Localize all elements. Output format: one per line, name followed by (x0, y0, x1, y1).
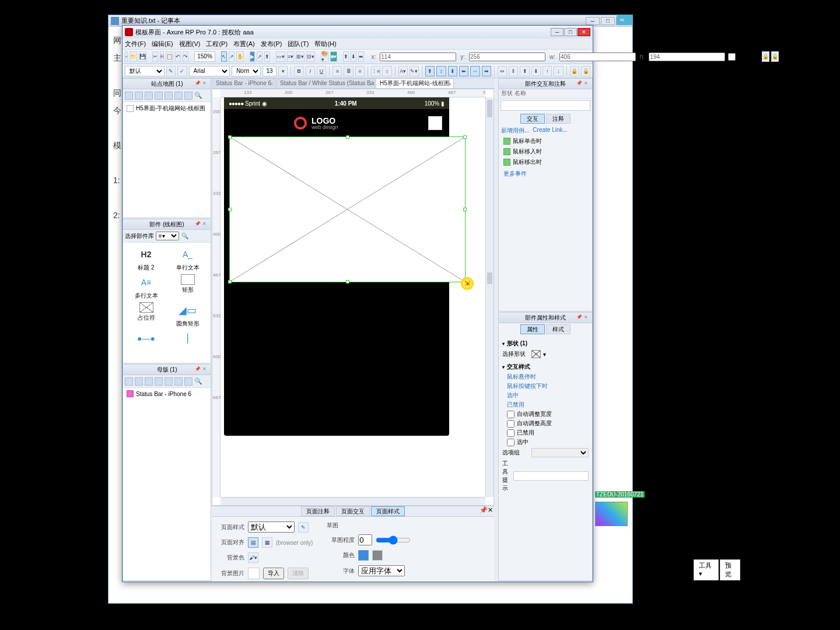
canvas-scrollbar-v[interactable] (485, 97, 494, 497)
paste-button[interactable]: 📋 (166, 51, 173, 62)
menu-file[interactable]: 文件(F) (125, 40, 146, 48)
align-left-button[interactable]: ⬌ (358, 51, 364, 62)
resize-handle-s[interactable] (346, 280, 349, 284)
style-edit-button[interactable]: ✎ (166, 66, 176, 76)
resize-handle-n[interactable] (346, 135, 349, 139)
color-mode-color-button[interactable] (358, 550, 369, 561)
panel-close-icon[interactable]: ✕ (202, 366, 209, 373)
border-button[interactable]: ■▾ (330, 51, 337, 62)
master-folder-button[interactable] (135, 377, 143, 386)
zoom-select[interactable]: 150% (194, 51, 215, 62)
style-apply-button[interactable]: ✓ (177, 66, 187, 76)
more-events-link[interactable]: 更多事件 (503, 170, 527, 177)
menu-team[interactable]: 团队(T) (288, 40, 309, 48)
align-left-page-button[interactable]: ▤ (248, 537, 258, 548)
halign-right-button[interactable]: ➡ (482, 66, 491, 76)
tab-whitestatus[interactable]: Status Bar / White Status (Status Bar - … (276, 78, 375, 88)
valign-mid-button[interactable]: ↕ (436, 66, 446, 76)
distribute-button[interactable]: ⊟▾ (306, 51, 315, 62)
h-input[interactable] (649, 52, 725, 61)
halign-left-button[interactable]: ⬅ (459, 66, 468, 76)
event-onclick[interactable]: 鼠标单击时 (499, 136, 592, 146)
menu-project[interactable]: 工程(P) (206, 40, 228, 48)
library-select[interactable]: ≡▾ (156, 232, 179, 240)
cut-button[interactable]: ✂ (152, 51, 158, 62)
bold-button[interactable]: B (294, 66, 303, 76)
master-up-button[interactable] (145, 377, 153, 386)
hamburger-button[interactable] (428, 116, 442, 130)
widget-paragraph[interactable]: A≡多行文本 (127, 274, 166, 300)
sketch-font-select[interactable]: 应用字体 (358, 565, 405, 576)
shape-dropdown-icon[interactable]: ▾ (543, 351, 546, 358)
valign-bot-button[interactable]: ⬇ (448, 66, 457, 76)
panel-close-icon[interactable]: ✕ (202, 221, 209, 228)
widget-search-icon[interactable]: 🔍 (181, 233, 188, 239)
tab-page-notes[interactable]: 页面注释 (301, 506, 335, 516)
bgcolor-button[interactable]: 🖌▾ (248, 552, 258, 563)
panel-pin-icon[interactable]: 📌 (195, 221, 202, 228)
sketch-value-input[interactable] (358, 534, 372, 545)
panel-close-icon[interactable]: ✕ (202, 80, 209, 88)
bullets-button[interactable]: ⋮≡ (371, 66, 380, 76)
shape-section-head[interactable]: 形状 (1) (502, 340, 589, 348)
publish-button[interactable]: ⬆ (264, 51, 270, 62)
event-onmouseenter[interactable]: 鼠标移入时 (499, 146, 592, 157)
y-input[interactable] (469, 52, 545, 61)
canvas-scrollbar-h[interactable] (220, 497, 485, 505)
tab-properties[interactable]: 属性 (520, 324, 545, 334)
preview-float-button[interactable]: 预览 (720, 559, 740, 580)
shape-type-icon[interactable] (531, 350, 541, 358)
add-master-button[interactable] (125, 377, 133, 386)
widget-vline[interactable]: ⎮ (168, 330, 207, 348)
auto-height-checkbox[interactable] (507, 420, 514, 428)
selected-placeholder[interactable] (229, 136, 466, 282)
panel-pin-icon[interactable]: 📌 (576, 314, 583, 321)
master-search-icon[interactable]: 🔍 (194, 377, 202, 386)
panel-close-icon[interactable]: ✕ (584, 314, 591, 321)
dist-v-button[interactable]: ⇕ (509, 66, 518, 76)
panel-pin-icon[interactable]: 📌 (195, 80, 202, 88)
ix-selected-link[interactable]: 选中 (507, 392, 519, 398)
connect-mode-button[interactable]: ↗ (229, 51, 235, 62)
x-input[interactable] (380, 52, 456, 61)
weight-select[interactable]: Normal (232, 66, 261, 76)
pagestyle-select[interactable]: 默认 (248, 522, 295, 533)
fontcolor-button[interactable]: A▾ (398, 66, 408, 76)
tab-page-style[interactable]: 页面样式 (371, 506, 405, 516)
preview-button[interactable]: ▶ (250, 51, 255, 62)
panel-close-icon[interactable]: ✕ (488, 506, 493, 513)
color-mode-gray-button[interactable] (372, 550, 383, 561)
lineheight-button[interactable]: ↕ (382, 66, 391, 76)
import-button[interactable]: 导入 (263, 568, 284, 579)
page-delete-button[interactable] (184, 92, 192, 100)
axure-close-button[interactable]: ✕ (578, 28, 590, 36)
panel-pin-icon[interactable]: 📌 (195, 366, 202, 373)
resize-handle-e[interactable] (463, 208, 467, 211)
new-case-link[interactable]: 新增用例... (501, 127, 529, 135)
widget-h2[interactable]: H2标题 2 (127, 246, 166, 272)
sketch-slider[interactable] (376, 536, 411, 545)
ix-mousedown-link[interactable]: 鼠标按键按下时 (507, 383, 548, 389)
send-back-button[interactable]: ⬇ (531, 66, 541, 76)
dist-h-button[interactable]: ⇔ (498, 66, 507, 76)
font-select[interactable]: Arial (189, 66, 230, 76)
canvas[interactable]: ●●●●● Sprint ◉ 1:40 PM 100% ▮ (220, 97, 485, 497)
tab-h5[interactable]: H5界面-手机端网站-线框图✕ (376, 78, 453, 88)
menu-edit[interactable]: 编辑(E) (152, 40, 173, 48)
add-folder-button[interactable] (135, 92, 143, 100)
widget-placeholder[interactable]: 占位符 (127, 302, 166, 328)
share-button[interactable]: ↗ (257, 51, 262, 62)
bring-front-button[interactable]: ⬆ (520, 66, 529, 76)
lock2-button[interactable]: 🔒 (570, 66, 579, 76)
axure-minimize-button[interactable]: ─ (551, 28, 564, 36)
underline-button[interactable]: U (317, 66, 326, 76)
lock-button[interactable]: 🔒 (762, 51, 769, 62)
fontsize-input[interactable] (262, 66, 276, 76)
master-delete-button[interactable] (184, 377, 192, 386)
resize-handle-nw[interactable] (228, 135, 232, 139)
clear-button[interactable]: 清除 (288, 568, 309, 579)
menu-view[interactable]: 视图(V) (179, 40, 201, 48)
menu-arrange[interactable]: 布置(A) (233, 40, 255, 48)
align-button[interactable]: ⊞▾ (296, 51, 304, 62)
panel-close-icon[interactable]: ✕ (584, 80, 591, 88)
